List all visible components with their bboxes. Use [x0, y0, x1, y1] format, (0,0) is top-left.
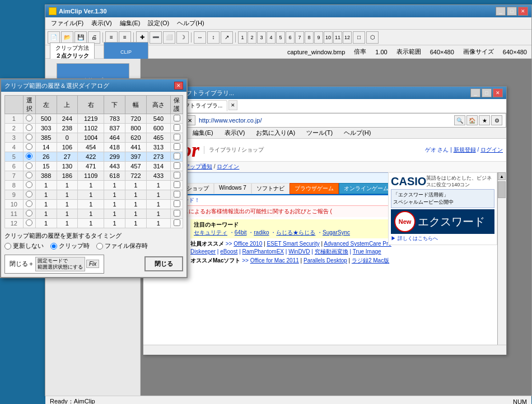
toolbar-extra1[interactable]: □ [353, 31, 365, 44]
kw-rajiru[interactable]: らじる★らじる [276, 229, 315, 236]
row-radio[interactable] [26, 210, 32, 217]
toolbar-num-4[interactable]: 4 [267, 31, 276, 44]
row-protect-cell[interactable] [171, 209, 183, 219]
close-button[interactable]: ✕ [518, 7, 528, 16]
row-protect-cell[interactable] [171, 219, 183, 228]
row-protect-cell[interactable] [171, 114, 183, 124]
favorites-button[interactable]: ★ [479, 115, 490, 125]
vertical-scrollbar[interactable]: ▲ ▼ [497, 172, 506, 355]
row-protect-cell[interactable] [171, 152, 183, 162]
browser-close[interactable]: ✕ [493, 88, 503, 97]
row-protect-cell[interactable] [171, 190, 183, 200]
toolbar-num-7[interactable]: 7 [295, 31, 304, 44]
row-protect[interactable] [174, 219, 180, 226]
breadcrumb-login[interactable]: ログイン [217, 163, 239, 170]
toolbar-moon[interactable]: ☽ [176, 31, 189, 44]
tab-browser-game[interactable]: ブラウザゲーム [290, 183, 339, 194]
row-protect[interactable] [174, 134, 180, 140]
toolbar-print[interactable]: 🖨 [88, 31, 100, 44]
row-select-cell[interactable] [23, 219, 35, 228]
scroll-thumb[interactable] [498, 181, 506, 198]
maximize-button[interactable]: □ [507, 7, 517, 16]
browser-menu-tools[interactable]: ツール(T) [303, 128, 336, 138]
minimize-button[interactable]: _ [496, 7, 506, 16]
toolbar-num-8[interactable]: 8 [305, 31, 314, 44]
browser-menu-view[interactable]: 表示(V) [221, 128, 249, 138]
row-select-cell[interactable] [23, 162, 35, 171]
row-radio[interactable] [26, 200, 32, 207]
toolbar-minus[interactable]: ➖ [150, 31, 162, 44]
dialog-close-button[interactable]: 閉じる [144, 256, 183, 271]
close-fix-button[interactable]: 閉じる＋ 固定モードで範囲選択状態にする Fix [4, 255, 104, 274]
address-input[interactable] [199, 117, 451, 124]
toolbar-num-11[interactable]: 11 [333, 31, 342, 44]
row-protect[interactable] [174, 143, 180, 150]
row-radio[interactable] [26, 162, 32, 169]
row-select-cell[interactable] [23, 143, 35, 152]
row-select-cell[interactable] [23, 114, 35, 124]
row-select-cell[interactable] [23, 124, 35, 133]
timing-radio-save[interactable] [96, 243, 103, 250]
row-select-cell[interactable] [23, 181, 35, 190]
toolbar-save[interactable]: 💾 [74, 31, 87, 44]
row-protect[interactable] [174, 181, 180, 188]
row-protect-cell[interactable] [171, 181, 183, 190]
row-protect-cell[interactable] [171, 162, 183, 171]
row-radio[interactable] [26, 191, 32, 198]
toolbar-new[interactable]: 📄 [48, 31, 60, 44]
toolbar-open[interactable]: 📂 [61, 31, 73, 44]
row-protect-cell[interactable] [171, 200, 183, 209]
toolbar-num-5[interactable]: 5 [276, 31, 285, 44]
toolbar-num-3[interactable]: 3 [257, 31, 266, 44]
tab-softnavi[interactable]: ソフトナビ [251, 183, 290, 194]
row-select-cell[interactable] [23, 171, 35, 181]
row-select-cell[interactable] [23, 200, 35, 209]
row-protect[interactable] [174, 124, 180, 131]
timing-radio-clip[interactable] [50, 243, 57, 250]
browser-menu-favorites[interactable]: お気に入り(A) [253, 128, 298, 138]
toolbar-arrow-right[interactable]: ↗ [221, 31, 233, 44]
menu-file[interactable]: ファイル(F) [48, 18, 87, 28]
mac-office[interactable]: Office for Mac 2011 [250, 257, 299, 264]
dialog-close-icon[interactable]: ✕ [174, 82, 183, 90]
tab-win7[interactable]: Windows 7 [214, 183, 251, 194]
menu-edit[interactable]: 編集(E) [116, 18, 144, 28]
rec-trueimage[interactable]: True Image [353, 248, 381, 255]
scroll-up-btn[interactable]: ▲ [498, 172, 506, 180]
toolbar-arrow-up[interactable]: ↕ [207, 31, 220, 44]
row-select-cell[interactable] [23, 190, 35, 200]
browser-menu-edit[interactable]: 編集(E) [189, 128, 217, 138]
browser-menu-help[interactable]: ヘルプ(H) [340, 128, 374, 138]
toolbar-num-12[interactable]: 12 [343, 31, 352, 44]
row-radio[interactable] [26, 134, 32, 140]
row-radio[interactable] [26, 219, 32, 226]
rec-eset[interactable]: ESET Smart Security [267, 241, 319, 247]
new-registration-link[interactable]: 新規登録 [454, 147, 476, 153]
menu-help[interactable]: ヘルプ(H) [174, 18, 207, 28]
toolbar-num-2[interactable]: 2 [248, 31, 256, 44]
kw-security[interactable]: セキュリティ [194, 229, 227, 236]
tab-close[interactable]: ✕ [228, 100, 237, 110]
menu-view[interactable]: 表示(V) [88, 18, 115, 28]
rec-office2010[interactable]: Office 2010 [234, 241, 262, 247]
rec-video[interactable]: 究極動画変換 [315, 248, 348, 255]
rec-diskeeper[interactable]: Diskeeper [190, 248, 216, 255]
kw-sugarsync[interactable]: SugarSync [323, 229, 350, 236]
kw-radiko[interactable]: radiko [254, 229, 269, 236]
toolbar-num-6[interactable]: 6 [286, 31, 295, 44]
toolbar-num-10[interactable]: 10 [324, 31, 333, 44]
row-select-cell[interactable] [23, 209, 35, 219]
row-protect[interactable] [174, 172, 180, 178]
toolbar-num-1[interactable]: 1 [238, 31, 247, 44]
row-protect[interactable] [174, 191, 180, 198]
kw-64bit[interactable]: 64bit [235, 229, 247, 236]
toolbar-capture[interactable]: ⬜ [163, 31, 175, 44]
row-radio[interactable] [26, 124, 32, 131]
row-protect-cell[interactable] [171, 171, 183, 181]
menu-settings[interactable]: 設定(O) [144, 18, 172, 28]
toolbar-arrow-left[interactable]: ↔ [194, 31, 206, 44]
row-protect-cell[interactable] [171, 133, 183, 143]
mac-parallels[interactable]: Parallels Desktop [304, 257, 347, 264]
tab-online-game[interactable]: オンラインゲーム [339, 183, 394, 194]
row-radio[interactable] [26, 143, 32, 150]
